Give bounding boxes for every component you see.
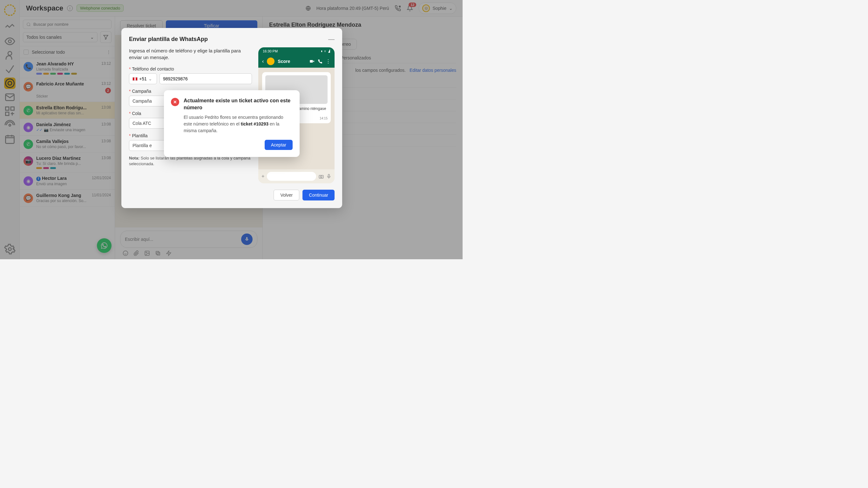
call-icon — [318, 59, 322, 64]
alert-text: El usuario Pedrito flores se encuentra g… — [184, 114, 292, 134]
svg-point-25 — [320, 176, 322, 178]
country-code-select[interactable]: +51⌄ — [129, 73, 157, 84]
campaign-label: Campaña — [132, 89, 151, 94]
modal-minimize-icon[interactable]: — — [328, 36, 335, 43]
back-button[interactable]: Volver — [274, 190, 299, 201]
accept-button[interactable]: Aceptar — [265, 140, 292, 150]
modal-title: Enviar plantilla de WhatsApp — [129, 36, 208, 42]
plus-icon: + — [261, 174, 264, 179]
phone-label: Teléfono del contacto — [132, 66, 174, 71]
form-note: Nota: Solo se listarán las plantillas as… — [129, 155, 252, 167]
error-icon: ✕ — [171, 98, 179, 106]
modal-intro: Ingresa el número de teléfono y elige la… — [129, 47, 252, 61]
back-icon: ‹ — [262, 58, 264, 64]
svg-rect-26 — [328, 174, 330, 177]
mic-icon — [326, 174, 331, 179]
continue-button[interactable]: Continuar — [303, 190, 335, 201]
flag-peru-icon — [132, 77, 137, 81]
active-ticket-alert-modal: ✕ Actualmente existe un ticket activo co… — [164, 90, 300, 157]
phone-input[interactable] — [159, 73, 252, 84]
camera-icon — [319, 174, 324, 179]
template-label: Plantilla — [132, 133, 148, 138]
queue-label: Cola — [132, 111, 141, 116]
svg-rect-23 — [310, 60, 313, 63]
alert-title: Actualmente existe un ticket activo con … — [184, 97, 292, 111]
more-icon: ⋮ — [326, 58, 331, 64]
video-icon — [309, 59, 314, 64]
